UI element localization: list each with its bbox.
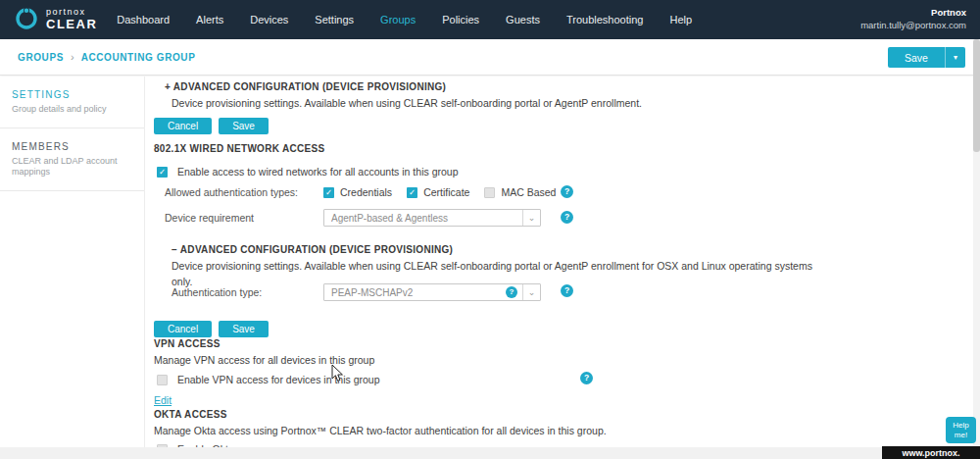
sidebar-item-title: MEMBERS <box>12 141 132 152</box>
auth-type-certificate: ✓ Certificate <box>407 186 469 198</box>
chevron-down-icon: ⌄ <box>522 210 540 226</box>
authentication-type-select[interactable]: PEAP-MSCHAPv2 ? ⌄ <box>323 283 541 301</box>
vpn-access-help-icon[interactable]: ? <box>580 372 593 384</box>
account-email: martin.tully@portnox.com <box>860 19 966 31</box>
nav-item-settings[interactable]: Settings <box>315 14 354 26</box>
save-button[interactable]: Save <box>219 321 269 337</box>
vertical-scrollbar-thumb[interactable] <box>973 39 980 152</box>
device-requirement-label: Device requirement <box>165 212 323 224</box>
credentials-checkbox[interactable]: ✓ <box>323 187 334 198</box>
certificate-checkbox[interactable]: ✓ <box>407 187 417 198</box>
save-button[interactable]: Save <box>888 47 945 68</box>
nav-item-help[interactable]: Help <box>669 14 692 26</box>
breadcrumb-groups[interactable]: GROUPS <box>18 52 64 63</box>
brand-product: CLEAR <box>46 18 97 31</box>
chevron-down-icon: ⌄ <box>522 284 540 300</box>
certificate-label: Certificate <box>423 186 469 198</box>
help-me-button[interactable]: Help me! <box>946 417 976 443</box>
wired-buttons-row: Cancel Save <box>154 321 269 337</box>
enable-wired-access-label: Enable access to wired networks for all … <box>177 166 459 178</box>
vpn-access-section-header: VPN ACCESS <box>154 338 220 349</box>
nav-item-devices[interactable]: Devices <box>250 14 288 26</box>
vpn-access-description: Manage VPN access for all devices in thi… <box>154 354 374 366</box>
advanced-config-description: Device provisioning settings. Available … <box>172 97 642 109</box>
portnox-clear-logo[interactable]: portnox CLEAR <box>0 6 117 33</box>
device-requirement-value: AgentP-based & Agentless <box>331 213 522 224</box>
sidebar-item-subtitle: CLEAR and LDAP account mappings <box>12 156 132 178</box>
authentication-type-inline-help-icon[interactable]: ? <box>506 286 517 298</box>
top-navigation-bar: portnox CLEAR Dashboard Alerts Devices S… <box>0 0 980 39</box>
authentication-type-label: Authentication type: <box>172 286 323 298</box>
allowed-auth-types-help-icon[interactable]: ? <box>561 185 573 198</box>
save-split-button: Save ▾ <box>888 47 965 68</box>
advanced-config-collapsed-header[interactable]: + ADVANCED CONFIGURATION (DEVICE PROVISI… <box>165 81 446 92</box>
horizontal-scrollbar-track[interactable] <box>0 447 980 459</box>
sidebar-item-title: SETTINGS <box>12 89 132 100</box>
nav-item-policies[interactable]: Policies <box>442 14 479 26</box>
sidebar-item-members[interactable]: MEMBERS CLEAR and LDAP account mappings <box>0 128 144 191</box>
site-url-bar: www.portnox. <box>882 446 980 459</box>
enable-wired-access-checkbox[interactable]: ✓ <box>157 167 168 178</box>
breadcrumb-separator-icon: › <box>71 51 74 63</box>
advanced-config-expanded-header[interactable]: − ADVANCED CONFIGURATION (DEVICE PROVISI… <box>172 244 453 255</box>
vpn-edit-link[interactable]: Edit <box>154 394 172 406</box>
portnox-clear-page: { "topnav": { "brand": { "name": "portno… <box>0 0 980 459</box>
allowed-auth-types-label: Allowed authentication types: <box>165 186 323 198</box>
nav-item-troubleshooting[interactable]: Troubleshooting <box>566 14 643 26</box>
save-dropdown-caret-icon[interactable]: ▾ <box>945 47 965 68</box>
enable-vpn-access-row: Enable VPN access for devices in this gr… <box>157 373 380 385</box>
nav-item-dashboard[interactable]: Dashboard <box>117 14 170 26</box>
okta-access-description: Manage Okta access using Portnox™ CLEAR … <box>154 425 607 436</box>
breadcrumb: GROUPS › ACCOUNTING GROUP <box>0 51 195 63</box>
account-company: Portnox <box>860 6 966 19</box>
breadcrumb-bar: GROUPS › ACCOUNTING GROUP Save ▾ <box>0 39 980 76</box>
wired-access-section-header: 802.1X WIRED NETWORK ACCESS <box>154 143 324 154</box>
enable-wired-access-row: ✓ Enable access to wired networks for al… <box>157 165 458 178</box>
save-button[interactable]: Save <box>219 118 269 134</box>
nav-item-groups[interactable]: Groups <box>380 14 416 26</box>
nav-item-alerts[interactable]: Alerts <box>196 14 223 26</box>
authentication-type-row: Authentication type: PEAP-MSCHAPv2 ? ⌄ <box>172 283 541 301</box>
account-info[interactable]: Portnox martin.tully@portnox.com <box>860 6 966 32</box>
wireless-buttons-row: Cancel Save <box>154 118 269 134</box>
cancel-button[interactable]: Cancel <box>154 321 212 337</box>
group-settings-content: + ADVANCED CONFIGURATION (DEVICE PROVISI… <box>145 76 973 459</box>
device-requirement-help-icon[interactable]: ? <box>561 211 573 224</box>
enable-vpn-access-label: Enable VPN access for devices in this gr… <box>177 374 380 385</box>
nav-item-guests[interactable]: Guests <box>506 14 540 26</box>
breadcrumb-current: ACCOUNTING GROUP <box>81 52 196 63</box>
auth-type-mac-based: MAC Based <box>484 186 556 198</box>
sidebar-item-subtitle: Group details and policy <box>12 104 132 116</box>
authentication-type-value: PEAP-MSCHAPv2 <box>331 287 506 298</box>
auth-type-checkbox-group: ✓ Credentials ✓ Certificate MAC Based <box>323 186 556 198</box>
credentials-label: Credentials <box>340 186 392 198</box>
authentication-type-help-icon[interactable]: ? <box>561 284 573 297</box>
group-sidebar: SETTINGS Group details and policy MEMBER… <box>0 76 145 459</box>
cancel-button[interactable]: Cancel <box>154 118 212 134</box>
mac-based-label: MAC Based <box>501 186 556 198</box>
device-requirement-row: Device requirement AgentP-based & Agentl… <box>165 209 541 227</box>
allowed-auth-types-row: Allowed authentication types: ✓ Credenti… <box>165 186 556 198</box>
portnox-logo-icon <box>14 6 39 33</box>
enable-vpn-access-checkbox[interactable] <box>157 375 168 385</box>
main-nav: Dashboard Alerts Devices Settings Groups… <box>117 14 692 26</box>
auth-type-credentials: ✓ Credentials <box>323 186 392 198</box>
mac-based-checkbox[interactable] <box>484 187 495 198</box>
device-requirement-select[interactable]: AgentP-based & Agentless ⌄ <box>323 209 541 227</box>
sidebar-item-settings[interactable]: SETTINGS Group details and policy <box>0 76 144 128</box>
okta-access-section-header: OKTA ACCESS <box>154 409 227 420</box>
